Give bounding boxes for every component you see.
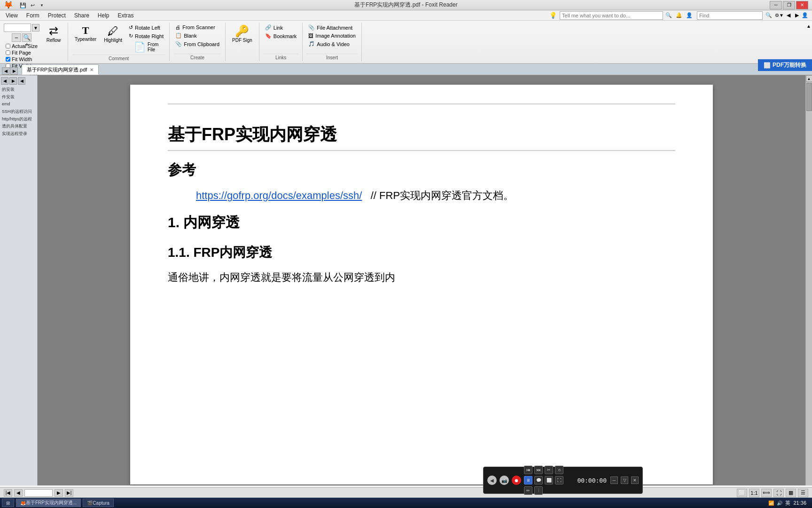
- sidebar-item-4[interactable]: http/https的远程: [1, 116, 36, 123]
- image-annotation-button[interactable]: 🖼 Image Annotation: [306, 32, 358, 40]
- prev-search-icon[interactable]: ◀: [787, 12, 790, 18]
- fit-width-check[interactable]: Fit Width: [6, 56, 38, 62]
- menu-protect[interactable]: Protect: [44, 11, 70, 20]
- rec-record-button[interactable]: ⏺: [512, 476, 521, 485]
- rec-ctrl-7[interactable]: ⬜: [545, 476, 553, 484]
- view-mode-button[interactable]: ☰: [798, 489, 808, 497]
- rec-ctrl-1[interactable]: ⏮: [524, 466, 532, 474]
- from-clipboard-button[interactable]: 📎 From Clipboard: [173, 40, 221, 48]
- fit-page-status-button[interactable]: ⬜: [737, 489, 747, 497]
- sidebar-item-5[interactable]: 透的具体配置: [1, 123, 36, 130]
- settings-dropdown[interactable]: ⚙▼: [775, 13, 784, 18]
- scroll-thumb[interactable]: [806, 83, 812, 111]
- pdf-banner[interactable]: ⬜ PDF万能转换: [758, 59, 812, 71]
- fit-width-status-button[interactable]: ⟺: [761, 489, 772, 497]
- menu-help[interactable]: Help: [94, 11, 113, 20]
- start-button[interactable]: ⊞: [2, 499, 14, 507]
- rec-ctrl-8[interactable]: ⛶: [555, 476, 563, 484]
- pdf-reference-link[interactable]: https://gofrp.org/docs/examples/ssh/: [196, 190, 362, 201]
- rec-ctrl-4[interactable]: ⎋: [555, 466, 563, 474]
- sidebar-prev-button[interactable]: ◀: [1, 77, 8, 85]
- taskbar-captura-app[interactable]: 🎬 Captura: [83, 499, 114, 507]
- user-icon[interactable]: 👤: [802, 12, 808, 18]
- reflow-button[interactable]: ⇄ Reflow: [43, 24, 64, 45]
- pdf-area[interactable]: 基于FRP实现内网穿透 参考 https://gofrp.org/docs/ex…: [38, 75, 805, 485]
- tab-close-button[interactable]: ✕: [90, 67, 94, 72]
- highlight-button[interactable]: 🖊 Highlight: [101, 24, 125, 45]
- sidebar-item-0[interactable]: 的安装: [1, 87, 36, 93]
- rotate-left-button[interactable]: ↺ Rotate Left: [127, 24, 165, 32]
- typewriter-button[interactable]: T Typewriter: [72, 24, 99, 44]
- rec-ctrl-9[interactable]: ✏: [524, 486, 532, 495]
- rotate-right-button[interactable]: ↻ Rotate Right: [127, 32, 165, 40]
- tab-prev-button[interactable]: ◀: [2, 67, 9, 75]
- last-page-button[interactable]: ▶|: [65, 489, 73, 497]
- rec-ctrl-5-screen[interactable]: 🖥: [524, 476, 532, 484]
- pdf-sign-button[interactable]: 🔑 PDF Sign: [229, 24, 255, 45]
- bookmark-button[interactable]: 🔖 Bookmark: [263, 32, 299, 40]
- qa-dropdown-button[interactable]: ▼: [38, 1, 46, 9]
- close-button[interactable]: ✕: [796, 1, 808, 9]
- rec-expand-button[interactable]: ▽: [621, 476, 628, 484]
- ribbon-group-comment: T Typewriter 🖊 Highlight ↺ Rotate Left ↻…: [68, 23, 170, 61]
- image-annotation-label: Image Annotation: [315, 33, 356, 39]
- audio-video-button[interactable]: 🎵 Audio & Video: [306, 40, 358, 48]
- fit-page-checkbox[interactable]: [6, 50, 10, 55]
- sidebar-item-6[interactable]: 实现远程登录: [1, 131, 36, 137]
- rec-prev-button[interactable]: ◀: [487, 476, 497, 485]
- zoom-out-button[interactable]: −: [12, 33, 21, 42]
- page-input[interactable]: 1 / 15: [24, 489, 53, 497]
- find-search-icon[interactable]: 🔍: [765, 12, 772, 18]
- sidebar-item-2[interactable]: emd: [1, 101, 36, 108]
- zoom-in-button[interactable]: 🔍+: [22, 33, 31, 42]
- minimize-button[interactable]: ─: [770, 1, 782, 9]
- next-search-icon[interactable]: ▶: [795, 12, 799, 18]
- fullscreen-button[interactable]: ⛶: [773, 489, 784, 497]
- sidebar-item-1[interactable]: 件安装: [1, 94, 36, 101]
- account-icon[interactable]: 👤: [685, 12, 694, 18]
- menu-extras[interactable]: Extras: [114, 11, 138, 20]
- rec-ctrl-2[interactable]: ⏭: [534, 466, 543, 474]
- active-tab[interactable]: 基于FRP实现内网穿透.pdf ✕: [22, 64, 99, 75]
- menu-view[interactable]: View: [2, 11, 22, 20]
- search-icon[interactable]: 🔍: [664, 12, 673, 18]
- zoom-dropdown[interactable]: ▼: [32, 24, 39, 32]
- find-input[interactable]: [697, 11, 763, 20]
- actual-size-status-button[interactable]: 1:1: [749, 489, 759, 497]
- file-attachment-button[interactable]: 📎 File Attachment: [306, 24, 358, 32]
- menu-form[interactable]: Form: [23, 11, 43, 20]
- save-button[interactable]: 💾: [19, 1, 27, 9]
- scroll-up-button[interactable]: ▲: [806, 75, 812, 82]
- ribbon-collapse-button[interactable]: ▲: [805, 23, 812, 61]
- zoom-input[interactable]: 201.01%: [4, 24, 31, 32]
- rec-ctrl-3[interactable]: ✂: [545, 466, 553, 474]
- restore-button[interactable]: ❐: [783, 1, 795, 9]
- sidebar-next-button[interactable]: ▶: [9, 77, 17, 85]
- first-page-button[interactable]: |◀: [4, 489, 12, 497]
- fit-width-checkbox[interactable]: [6, 57, 10, 62]
- tab-next-button[interactable]: ▶: [10, 67, 18, 75]
- blank-button[interactable]: 📋 Blank: [173, 32, 221, 40]
- from-file-button[interactable]: 📄 From File: [127, 40, 165, 54]
- from-scanner-button[interactable]: 🖨 From Scanner: [173, 24, 221, 31]
- undo-button[interactable]: ↩: [28, 1, 37, 9]
- actual-size-check[interactable]: Actual Size: [6, 43, 38, 49]
- notifications-icon[interactable]: 🔔: [674, 12, 684, 18]
- sidebar-collapse-button[interactable]: ◀: [18, 77, 25, 85]
- rec-minimize-button[interactable]: ─: [610, 476, 618, 484]
- actual-size-checkbox[interactable]: [6, 44, 10, 48]
- tell-me-input[interactable]: [560, 11, 663, 20]
- taskbar-pdf-app[interactable]: 🦊 基于FRP实现内网穿透...: [16, 499, 81, 507]
- menu-share[interactable]: Share: [70, 11, 93, 20]
- rec-camera-button[interactable]: 📷: [500, 476, 509, 485]
- next-page-button[interactable]: ▶: [55, 489, 63, 497]
- rec-ctrl-10[interactable]: ⋮: [534, 486, 543, 495]
- rec-ctrl-6[interactable]: 💬: [534, 476, 543, 484]
- rec-close-button[interactable]: ✕: [631, 476, 639, 484]
- prev-page-button[interactable]: ◀: [14, 489, 23, 497]
- link-button[interactable]: 🔗 Link: [263, 24, 299, 32]
- pdf-page: 基于FRP实现内网穿透 参考 https://gofrp.org/docs/ex…: [130, 85, 713, 484]
- fit-page-check[interactable]: Fit Page: [6, 50, 38, 56]
- layout-button[interactable]: ▦: [786, 489, 796, 497]
- sidebar-item-3[interactable]: SSH的远程访问: [1, 109, 36, 115]
